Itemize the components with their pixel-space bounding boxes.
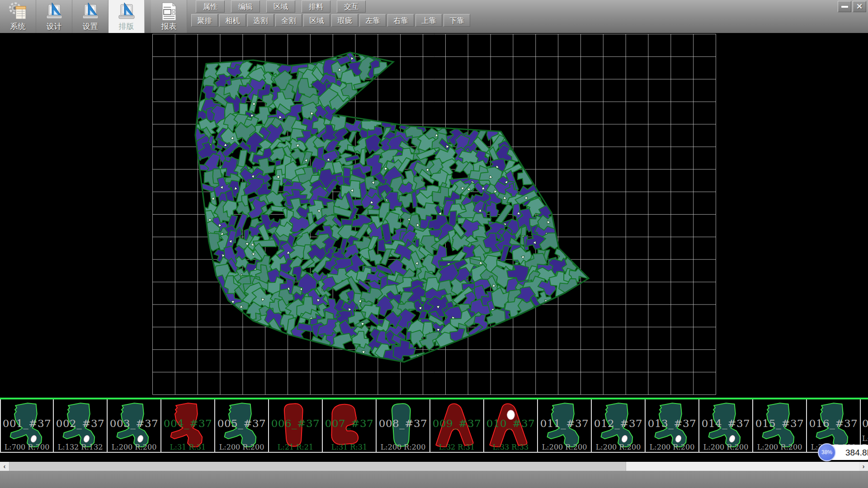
piece-id: 008_#37 xyxy=(377,418,429,429)
scroll-left-button[interactable]: ‹ xyxy=(0,462,9,471)
tool-button-3[interactable]: 选割 xyxy=(247,14,274,27)
tool-button-7[interactable]: 左靠 xyxy=(359,14,386,27)
piece-id: 009_#37 xyxy=(430,418,483,429)
settings-ruler-icon xyxy=(80,1,100,22)
mode-button-3[interactable]: 设置 xyxy=(72,0,108,33)
mode-button-2[interactable]: 设计 xyxy=(36,0,72,33)
piece-thumbnail-011_#37[interactable]: 011_#37L:200 R:200 xyxy=(538,399,592,453)
piece-lr-count: L:200 R:200 xyxy=(215,443,268,451)
system-gear-icon xyxy=(8,1,28,22)
window-controls: ✕ xyxy=(838,1,866,12)
menu-tab-5[interactable]: 交互 xyxy=(337,0,366,13)
piece-thumbnail-005_#37[interactable]: 005_#37L:200 R:200 xyxy=(215,399,269,453)
menu-tab-2[interactable]: 编辑 xyxy=(231,0,260,13)
nesting-ruler-icon xyxy=(117,1,137,22)
close-button[interactable]: ✕ xyxy=(853,1,866,12)
mode-button-label: 设计 xyxy=(47,22,62,31)
piece-id: 017_#37 xyxy=(861,418,868,429)
piece-lr-count: L:31 R:31 xyxy=(161,443,214,451)
piece-id: 013_#37 xyxy=(646,418,698,429)
menu-tab-3[interactable]: 区域 xyxy=(266,0,295,13)
tool-button-9[interactable]: 上靠 xyxy=(415,14,442,27)
piece-lr-count: L:21 R:21 xyxy=(269,443,322,451)
piece-thumbnail-009_#37[interactable]: 009_#37L:32 R:31 xyxy=(430,399,484,453)
piece-id: 015_#37 xyxy=(753,418,806,429)
piece-id: 006_#37 xyxy=(269,418,322,429)
piece-id: 012_#37 xyxy=(592,418,645,429)
piece-id: 010_#37 xyxy=(484,418,537,429)
piece-thumbnail-015_#37[interactable]: 015_#37L:200 R:200 xyxy=(753,399,807,453)
mode-button-label: 设置 xyxy=(83,22,98,31)
piece-id: 003_#37 xyxy=(108,418,160,429)
piece-id: 014_#37 xyxy=(699,418,752,429)
piece-lr-count: L:33 R:33 xyxy=(484,443,537,451)
piece-lr-count: L:700 R:700 xyxy=(1,443,53,451)
nesting-canvas-area[interactable] xyxy=(0,33,868,398)
piece-thumbnail-004_#37[interactable]: 004_#37L:31 R:31 xyxy=(161,399,215,453)
piece-lr-count: L:200 R:200 xyxy=(592,443,645,451)
menu-tab-bar: 属性编辑区域排料交互 xyxy=(196,0,366,13)
menu-tab-4[interactable]: 排料 xyxy=(302,0,330,13)
piece-lr-count: L:200 R:200 xyxy=(108,443,160,451)
piece-id: 011_#37 xyxy=(538,418,591,429)
tool-button-6[interactable]: 瑕疵 xyxy=(331,14,358,27)
status-bar xyxy=(0,471,868,488)
horizontal-scrollbar[interactable]: ‹ › xyxy=(0,462,868,471)
piece-lr-count: L:200 R:200 xyxy=(753,443,806,451)
design-ruler-icon xyxy=(44,1,64,22)
tool-button-5[interactable]: 区域 xyxy=(303,14,330,27)
tool-button-1[interactable]: 聚排 xyxy=(191,14,218,27)
piece-thumbnail-002_#37[interactable]: 002_#37L:132 R:132 xyxy=(54,399,108,453)
minimize-button[interactable] xyxy=(838,1,851,12)
piece-thumbnail-strip: 001_#37L:700 R:700002_#37L:132 R:132003_… xyxy=(0,398,868,462)
scrollbar-thumb[interactable] xyxy=(9,462,626,471)
piece-thumbnail-006_#37[interactable]: 006_#37L:21 R:21 xyxy=(269,399,323,453)
piece-thumbnail-008_#37[interactable]: 008_#37L:200 R:200 xyxy=(377,399,430,453)
piece-thumbnail-014_#37[interactable]: 014_#37L:200 R:200 xyxy=(699,399,753,453)
mode-button-4[interactable]: 排版 xyxy=(108,0,145,33)
piece-lr-count: L:31 R:31 xyxy=(323,443,376,451)
report-icon xyxy=(159,1,179,22)
nesting-canvas[interactable] xyxy=(0,33,868,398)
piece-lr-count: L:32 R:31 xyxy=(430,443,483,451)
mode-button-label: 报表 xyxy=(161,22,177,31)
mode-button-label: 系统 xyxy=(10,22,26,31)
menu-tab-1[interactable]: 属性 xyxy=(196,0,225,13)
mode-button-1[interactable]: 系统 xyxy=(0,0,36,33)
piece-id: 007_#37 xyxy=(323,418,376,429)
memory-value: 384.8M xyxy=(845,448,868,458)
tool-button-row: 聚排相机选割全割区域瑕疵左靠右靠上靠下靠 xyxy=(191,14,470,27)
tool-button-4[interactable]: 全割 xyxy=(275,14,302,27)
thumbnail-list: 001_#37L:700 R:700002_#37L:132 R:132003_… xyxy=(0,399,868,453)
scroll-right-button[interactable]: › xyxy=(859,462,868,471)
main-mode-buttons: 系统设计设置排版报表 xyxy=(0,0,187,33)
piece-thumbnail-012_#37[interactable]: 012_#37L:200 R:200 xyxy=(592,399,646,453)
piece-id: 016_#37 xyxy=(807,418,860,429)
piece-thumbnail-010_#37[interactable]: 010_#37L:33 R:33 xyxy=(484,399,538,453)
memory-percent-circle: 38% xyxy=(818,443,836,461)
piece-lr-count: L:132 R:132 xyxy=(54,443,107,451)
close-icon: ✕ xyxy=(856,3,863,10)
piece-thumbnail-003_#37[interactable]: 003_#37L:200 R:200 xyxy=(108,399,161,453)
memory-percent: 38% xyxy=(821,449,832,455)
mode-button-5[interactable]: 报表 xyxy=(151,0,187,33)
tool-button-10[interactable]: 下靠 xyxy=(443,14,470,27)
piece-thumbnail-013_#37[interactable]: 013_#37L:200 R:200 xyxy=(646,399,699,453)
piece-thumbnail-007_#37[interactable]: 007_#37L:31 R:31 xyxy=(323,399,377,453)
piece-id: 005_#37 xyxy=(215,418,268,429)
piece-id: 001_#37 xyxy=(1,418,53,429)
top-ribbon: 系统设计设置排版报表 属性编辑区域排料交互 聚排相机选割全割区域瑕疵左靠右靠上靠… xyxy=(0,0,868,33)
memory-usage-badge: 384.8M 38% xyxy=(818,443,868,461)
piece-lr-count: L:200 R:200 xyxy=(538,443,591,451)
piece-thumbnail-001_#37[interactable]: 001_#37L:700 R:700 xyxy=(0,399,54,453)
piece-id: 002_#37 xyxy=(54,418,107,429)
piece-lr-count: L:200 R:200 xyxy=(699,443,752,451)
minimize-icon xyxy=(841,6,848,8)
piece-id: 004_#37 xyxy=(161,418,214,429)
tool-button-2[interactable]: 相机 xyxy=(219,14,246,27)
piece-lr-count: L:200 R:200 xyxy=(377,443,429,451)
piece-lr-count: L:200 R:200 xyxy=(646,443,698,451)
mode-button-label: 排版 xyxy=(119,22,134,31)
tool-button-8[interactable]: 右靠 xyxy=(387,14,414,27)
